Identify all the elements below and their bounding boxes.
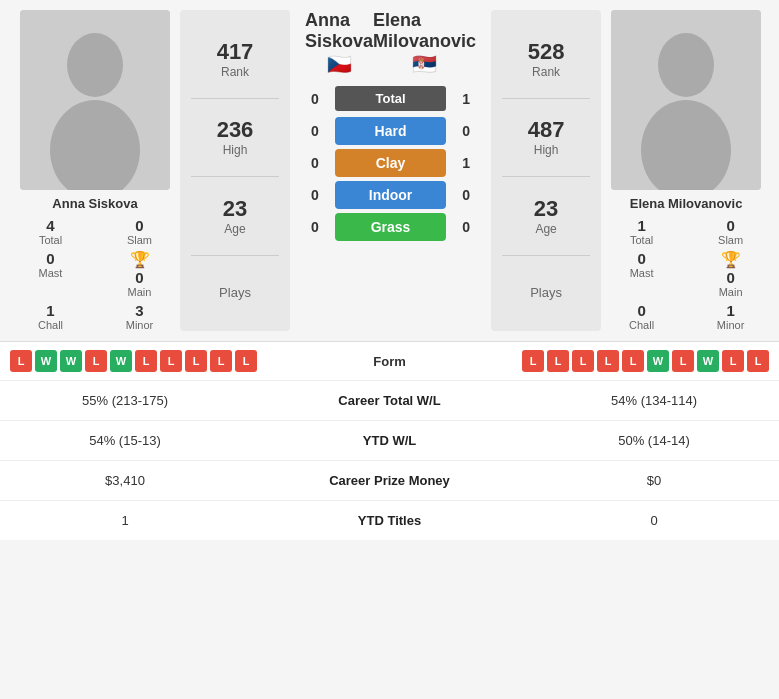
right-name-top: Elena Milovanovic (373, 10, 476, 52)
left-form-badge-1: W (35, 350, 57, 372)
left-chall-val: 1 (46, 302, 54, 319)
surface-row-hard: 0 Hard 0 (295, 117, 486, 145)
right-slam-label: Slam (718, 234, 743, 246)
left-plays-section: Plays (219, 256, 251, 322)
left-form-badges: LWWLWLLLLL (10, 350, 350, 372)
right-form-badge-0: L (522, 350, 544, 372)
left-main-cell: 🏆 0 Main (99, 250, 180, 298)
main-container: Anna Siskova 4 Total 0 Slam 0 Mast 🏆 0 (0, 0, 779, 540)
right-high-val: 487 (528, 117, 565, 143)
left-player-card: Anna Siskova 4 Total 0 Slam 0 Mast 🏆 0 (10, 10, 180, 331)
left-form-badge-4: W (110, 350, 132, 372)
right-form-badge-7: W (697, 350, 719, 372)
svg-point-1 (67, 33, 123, 97)
center-header-row: Anna Siskova 🇨🇿 Elena Milovanovic 🇷🇸 (295, 10, 486, 76)
stats-right-3: 0 (529, 501, 779, 541)
left-slam-cell: 0 Slam (99, 217, 180, 246)
stats-row-1: 54% (15-13) YTD W/L 50% (14-14) (0, 421, 779, 461)
right-high-block: 487 High (528, 99, 565, 177)
stats-left-1: 54% (15-13) (0, 421, 250, 461)
stats-right-1: 50% (14-14) (529, 421, 779, 461)
left-mast-label: Mast (39, 267, 63, 279)
left-chall-cell: 1 Chall (10, 302, 91, 331)
stats-label-0: Career Total W/L (250, 381, 529, 421)
left-form-badge-9: L (235, 350, 257, 372)
right-form-badge-6: L (672, 350, 694, 372)
right-age-block: 23 Age (534, 177, 558, 255)
left-player-name: Anna Siskova (52, 196, 137, 211)
stats-label-1: YTD W/L (250, 421, 529, 461)
right-header: Elena Milovanovic 🇷🇸 (373, 10, 476, 76)
right-chall-label: Chall (629, 319, 654, 331)
right-form-badge-1: L (547, 350, 569, 372)
total-left-score: 0 (300, 91, 330, 107)
left-total-cell: 4 Total (10, 217, 91, 246)
right-form-badge-3: L (597, 350, 619, 372)
right-age-val: 23 (534, 196, 558, 222)
left-high-label: High (223, 143, 248, 157)
left-high-val: 236 (217, 117, 254, 143)
left-player-record: 4 Total 0 Slam 0 Mast 🏆 0 Main 1 (10, 217, 180, 331)
stats-label-2: Career Prize Money (250, 461, 529, 501)
surface-right-1: 1 (451, 155, 481, 171)
surface-row-grass: 0 Grass 0 (295, 213, 486, 241)
surface-right-0: 0 (451, 123, 481, 139)
surface-left-1: 0 (300, 155, 330, 171)
left-mast-cell: 0 Mast (10, 250, 91, 298)
right-form-badge-2: L (572, 350, 594, 372)
left-form-badge-3: L (85, 350, 107, 372)
left-total-label: Total (39, 234, 62, 246)
right-player-card: Elena Milovanovic 1 Total 0 Slam 0 Mast … (601, 10, 771, 331)
right-rank-block: 528 Rank (528, 20, 565, 98)
surface-left-0: 0 (300, 123, 330, 139)
surface-row-indoor: 0 Indoor 0 (295, 181, 486, 209)
left-age-block: 23 Age (223, 177, 247, 255)
left-main-label: Main (128, 286, 152, 298)
right-slam-val: 0 (726, 217, 734, 234)
left-minor-val: 3 (135, 302, 143, 319)
left-high-block: 236 High (217, 99, 254, 177)
right-mast-val: 0 (637, 250, 645, 267)
right-form-badge-9: L (747, 350, 769, 372)
surface-badge-2: Indoor (335, 181, 446, 209)
right-total-val: 1 (637, 217, 645, 234)
stats-label-3: YTD Titles (250, 501, 529, 541)
right-form-badge-4: L (622, 350, 644, 372)
left-total-val: 4 (46, 217, 54, 234)
form-section: LWWLWLLLLL Form LLLLLWLWLL (0, 341, 779, 380)
right-main-cell: 🏆 0 Main (690, 250, 771, 298)
right-trophy-icon: 🏆 (721, 250, 741, 269)
stats-row-0: 55% (213-175) Career Total W/L 54% (134-… (0, 381, 779, 421)
form-label: Form (350, 354, 430, 369)
left-rank-val: 417 (217, 39, 254, 65)
left-main-val: 0 (135, 269, 143, 286)
left-minor-cell: 3 Minor (99, 302, 180, 331)
left-form-badge-8: L (210, 350, 232, 372)
left-player-photo (20, 10, 170, 190)
left-chall-label: Chall (38, 319, 63, 331)
stats-row-2: $3,410 Career Prize Money $0 (0, 461, 779, 501)
surface-badge-1: Clay (335, 149, 446, 177)
total-row: 0 Total 1 (295, 86, 486, 111)
right-plays-label: Plays (530, 285, 562, 300)
right-total-cell: 1 Total (601, 217, 682, 246)
left-slam-label: Slam (127, 234, 152, 246)
stats-right-0: 54% (134-114) (529, 381, 779, 421)
left-middle-stats: 417 Rank 236 High 23 Age Plays (180, 10, 290, 331)
stats-left-3: 1 (0, 501, 250, 541)
right-form-badge-8: L (722, 350, 744, 372)
right-main-label: Main (719, 286, 743, 298)
left-flag: 🇨🇿 (327, 52, 352, 76)
right-form-badge-5: W (647, 350, 669, 372)
surface-right-3: 0 (451, 219, 481, 235)
stats-row-3: 1 YTD Titles 0 (0, 501, 779, 541)
left-form-badge-6: L (160, 350, 182, 372)
right-slam-cell: 0 Slam (690, 217, 771, 246)
surface-badge-0: Hard (335, 117, 446, 145)
left-plays-label: Plays (219, 285, 251, 300)
right-player-record: 1 Total 0 Slam 0 Mast 🏆 0 Main 0 (601, 217, 771, 331)
right-age-label: Age (535, 222, 556, 236)
surface-rows: 0 Hard 0 0 Clay 1 0 Indoor 0 0 Grass 0 (295, 117, 486, 241)
right-mast-cell: 0 Mast (601, 250, 682, 298)
stats-right-2: $0 (529, 461, 779, 501)
